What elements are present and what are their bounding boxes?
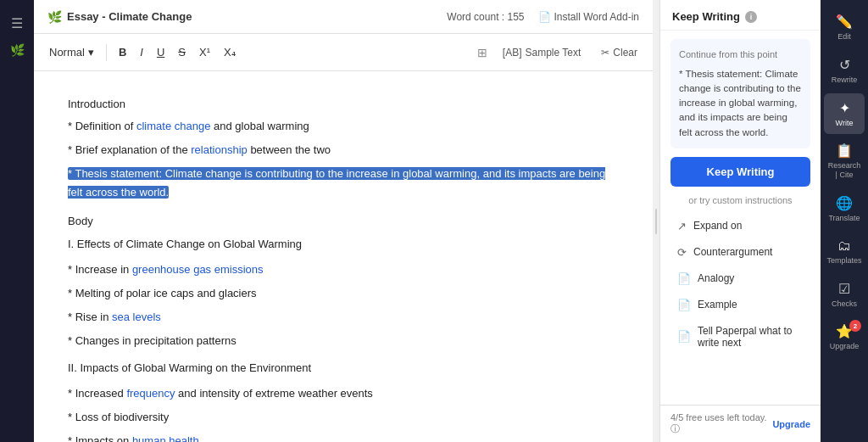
rewrite-icon: ↺ [839, 57, 850, 73]
keep-writing-body: Continue from this point * Thesis statem… [660, 31, 821, 405]
example-label: Example [698, 299, 737, 311]
sample-text-button[interactable]: [AB] Sample Text [498, 44, 587, 61]
line-2: * Brief explanation of the relationship … [68, 141, 619, 159]
editor-title: 🌿 Essay - Climate Change [47, 10, 192, 24]
divider-line [655, 209, 657, 234]
action-tell[interactable]: 📄 Tell Paperpal what to write next [670, 319, 810, 355]
bold-button[interactable]: B [114, 43, 131, 61]
editor-meta: Word count : 155 📄 Install Word Add-in [447, 11, 639, 23]
line-10: * Impacts on human health [68, 432, 619, 442]
word-count: Word count : 155 [447, 11, 524, 23]
line-5: * Melting of polar ice caps and glaciers [68, 284, 619, 303]
sidebar-item-research[interactable]: 📋 Research | Cite [824, 136, 865, 187]
toolbar: Normal ▾ B I U S X¹ X₄ ⊞ [AB] Sample Tex… [34, 34, 653, 71]
sidebar-item-translate[interactable]: 🌐 Translate [824, 188, 865, 230]
toolbar-divider-1 [106, 44, 107, 61]
continue-box: Continue from this point * Thesis statem… [670, 39, 810, 148]
keep-writing-header: Keep Writing i [660, 0, 821, 31]
install-label: Install Word Add-in [554, 11, 640, 23]
section-1-heading: I. Effects of Climate Change on Global W… [68, 235, 619, 254]
line-6: * Rise in sea levels [68, 308, 619, 327]
edit-icon: ✏️ [836, 14, 853, 30]
action-counterargument[interactable]: ⟳ Counterargument [670, 240, 810, 265]
logo-icon: 🌿 [7, 40, 28, 60]
install-icon: 📄 [538, 11, 551, 23]
install-word-addin-button[interactable]: 📄 Install Word Add-in [538, 11, 640, 23]
left-sidebar: ☰ 🌿 [0, 0, 34, 442]
line-3-highlighted: * Thesis statement: Climate change is co… [68, 165, 619, 202]
italic-button[interactable]: I [135, 43, 148, 61]
edit-label: Edit [837, 32, 851, 42]
checks-icon: ☑ [838, 281, 850, 297]
expand-icon: ↗ [677, 220, 687, 232]
thesis-highlight: * Thesis statement: Climate change is co… [68, 167, 605, 199]
line-8: * Increased frequency and intensity of e… [68, 384, 619, 403]
tell-icon: 📄 [677, 330, 691, 343]
continue-label: Continue from this point [679, 48, 802, 62]
document-title: Essay - Climate Change [67, 10, 192, 23]
greenhouse-gas-link[interactable]: greenhouse gas emissions [132, 263, 264, 276]
translate-label: Translate [828, 214, 860, 223]
continue-text: * Thesis statement: Climate change is co… [679, 67, 802, 140]
custom-instructions-label: or try custom instructions [670, 195, 810, 205]
strikethrough-button[interactable]: S [173, 43, 191, 61]
clear-icon: ✂ [601, 47, 609, 59]
free-uses-text: 4/5 free uses left today. ⓘ [670, 412, 772, 435]
document-icon: 🌿 [47, 10, 62, 24]
ab-icon: [AB] [503, 47, 522, 59]
expand-label: Expand on [693, 220, 742, 232]
editor-container: 🌿 Essay - Climate Change Word count : 15… [34, 0, 653, 442]
menu-icon[interactable]: ☰ [6, 10, 28, 36]
introduction-heading: Introduction [68, 95, 619, 114]
sidebar-item-checks[interactable]: ☑ Checks [824, 274, 865, 316]
line-7: * Changes in precipitation patterns [68, 332, 619, 350]
format-select[interactable]: Normal ▾ [44, 44, 99, 60]
sidebar-item-upgrade[interactable]: 2 ⭐ Upgrade [824, 316, 865, 358]
sidebar-item-write[interactable]: ✦ Write [824, 93, 865, 135]
write-icon: ✦ [839, 100, 850, 116]
upgrade-badge: 2 [849, 320, 861, 332]
keep-writing-panel: Keep Writing i Continue from this point … [659, 0, 821, 442]
subscript-button[interactable]: X₄ [219, 43, 241, 61]
body-heading: Body [68, 212, 619, 231]
frequency-link[interactable]: frequency [126, 387, 175, 400]
action-example[interactable]: 📄 Example [670, 293, 810, 317]
sidebar-item-templates[interactable]: 🗂 Templates [824, 232, 865, 272]
info-icon[interactable]: i [745, 11, 757, 23]
keep-writing-button[interactable]: Keep Writing [670, 157, 810, 187]
editor-header: 🌿 Essay - Climate Change Word count : 15… [34, 0, 653, 34]
relationship-link[interactable]: relationship [191, 143, 248, 156]
section-2-heading: II. Impacts of Global Warming on the Env… [68, 359, 619, 378]
upgrade-label: Upgrade [830, 342, 860, 351]
format-icon: ⊞ [477, 46, 487, 59]
underline-button[interactable]: U [152, 43, 170, 61]
example-icon: 📄 [677, 299, 691, 311]
action-analogy[interactable]: 📄 Analogy [670, 266, 810, 291]
clear-button[interactable]: ✂ Clear [596, 44, 643, 61]
human-health-link[interactable]: human health [132, 434, 199, 442]
templates-icon: 🗂 [837, 238, 851, 254]
panel-footer: 4/5 free uses left today. ⓘ Upgrade [660, 405, 821, 442]
format-label: Normal [49, 46, 85, 59]
translate-icon: 🌐 [836, 195, 853, 211]
action-list: ↗ Expand on ⟳ Counterargument 📄 Analogy … [670, 214, 810, 355]
research-label: Research | Cite [827, 161, 861, 180]
sample-text-label: Sample Text [526, 47, 581, 59]
line-1: * Definition of climate change and globa… [68, 117, 619, 136]
climate-change-link-1[interactable]: climate change [136, 120, 210, 132]
counterargument-icon: ⟳ [677, 246, 687, 259]
sidebar-item-edit[interactable]: ✏️ Edit [824, 7, 865, 48]
action-expand[interactable]: ↗ Expand on [670, 214, 810, 238]
analogy-icon: 📄 [677, 272, 691, 285]
editor-body[interactable]: Introduction * Definition of climate cha… [34, 71, 653, 442]
templates-label: Templates [826, 256, 861, 266]
clear-label: Clear [613, 47, 637, 59]
sea-levels-link[interactable]: sea levels [112, 311, 161, 323]
panel-divider[interactable] [653, 0, 659, 442]
superscript-button[interactable]: X¹ [194, 43, 215, 61]
line-9: * Loss of biodiversity [68, 408, 619, 427]
sidebar-item-rewrite[interactable]: ↺ Rewrite [824, 50, 865, 92]
tell-label: Tell Paperpal what to write next [698, 325, 804, 349]
upgrade-link[interactable]: Upgrade [772, 419, 810, 429]
keep-writing-title: Keep Writing [672, 10, 740, 23]
